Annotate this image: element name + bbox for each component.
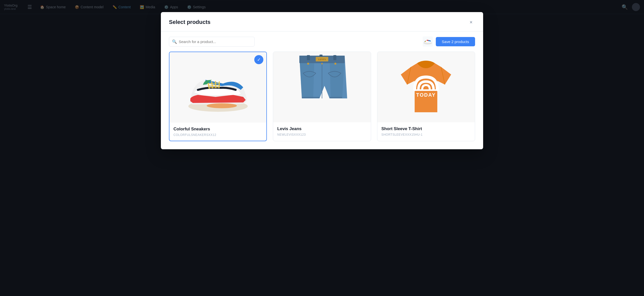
sneaker-product-image [183, 60, 253, 115]
product-image-sneakers: ✓ [169, 52, 266, 123]
search-wrapper: 🔍 [169, 37, 255, 47]
selected-product-thumbnail [423, 36, 433, 47]
product-sku-sneakers: COLORFULSNEAKERSXX12 [173, 133, 262, 137]
tshirt-product-image: TODAY [393, 54, 459, 120]
modal-overlay[interactable]: Select products × 🔍 [0, 0, 644, 296]
product-info-tshirt: Short Sleeve T-Shirt SHORTSLEEVEXXX15HU-… [377, 122, 475, 140]
jeans-product-image: LEVI'S [289, 53, 355, 121]
product-name-tshirt: Short Sleeve T-Shirt [381, 126, 471, 131]
svg-rect-7 [333, 55, 336, 60]
modal-title: Select products [169, 19, 210, 25]
sneaker-thumbnail-image [423, 38, 433, 45]
product-card-tshirt[interactable]: TODAY Short Sleeve T-Shirt SHORTSLEEVEXX… [377, 52, 475, 141]
search-icon: 🔍 [172, 39, 177, 44]
product-name-jeans: Levis Jeans [277, 126, 367, 131]
product-card-sneakers[interactable]: ✓ Colorful Sneakers COLORFULSNEAKERSXX12 [169, 52, 267, 141]
products-grid: ✓ Colorful Sneakers COLORFULSNEAKERSXX12 [169, 52, 475, 141]
product-card-jeans[interactable]: LEVI'S [273, 52, 371, 141]
svg-text:LEVI'S: LEVI'S [318, 58, 326, 61]
product-info-sneakers: Colorful Sneakers COLORFULSNEAKERSXX12 [169, 123, 266, 141]
svg-point-1 [425, 41, 426, 42]
product-info-jeans: Levis Jeans NEWLEVISXXX123 [273, 122, 371, 140]
modal-close-button[interactable]: × [467, 18, 475, 26]
product-name-sneakers: Colorful Sneakers [173, 127, 262, 132]
product-image-tshirt: TODAY [377, 52, 475, 122]
selected-check-badge: ✓ [254, 55, 263, 64]
product-search-input[interactable] [169, 37, 255, 47]
product-sku-tshirt: SHORTSLEEVEXXX15HU-1 [381, 133, 471, 136]
select-products-modal: Select products × 🔍 [161, 12, 483, 149]
modal-toolbar: 🔍 Save 2 products [161, 31, 483, 52]
svg-rect-5 [307, 55, 310, 60]
product-sku-jeans: NEWLEVISXXX123 [277, 133, 367, 136]
save-products-button[interactable]: Save 2 products [436, 37, 475, 46]
svg-point-13 [307, 63, 309, 65]
svg-text:TODAY: TODAY [416, 92, 436, 98]
svg-point-14 [334, 63, 336, 65]
modal-body: ✓ Colorful Sneakers COLORFULSNEAKERSXX12 [161, 52, 483, 149]
modal-header: Select products × [161, 12, 483, 31]
toolbar-right: Save 2 products [423, 36, 475, 47]
svg-point-3 [207, 103, 237, 108]
svg-point-15 [321, 63, 323, 64]
product-image-jeans: LEVI'S [273, 52, 371, 122]
